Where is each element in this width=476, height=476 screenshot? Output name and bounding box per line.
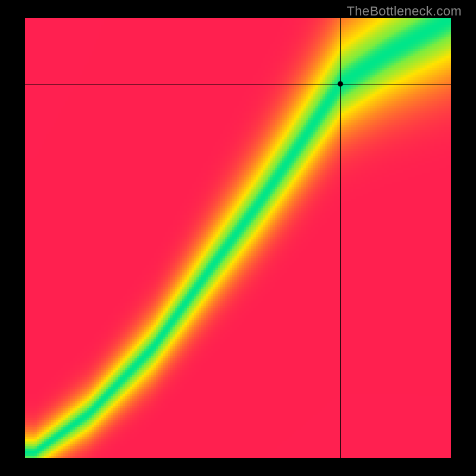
balance-point-marker	[337, 82, 343, 87]
crosshair-horizontal	[25, 84, 451, 84]
chart-container: TheBottleneck.com	[0, 0, 476, 476]
plot-area	[25, 18, 451, 458]
watermark-text: TheBottleneck.com	[347, 4, 462, 19]
